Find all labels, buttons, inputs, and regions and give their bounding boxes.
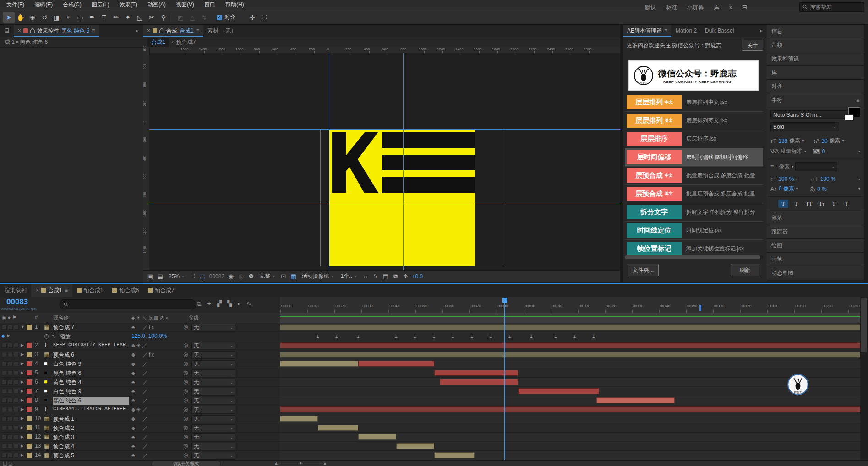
- parent-pickwhip-icon[interactable]: ◎: [183, 379, 188, 385]
- layer-row[interactable]: ▶13▦预合成 4♣ ／◎无⌄: [0, 442, 280, 451]
- layer-row[interactable]: ▶14▦预合成 5♣ ／◎无⌄: [0, 451, 280, 460]
- workspace-库[interactable]: 库: [709, 2, 724, 13]
- layer-switches[interactable]: ♣ ／: [131, 369, 149, 377]
- layer-switches[interactable]: ♣ ／fx: [131, 351, 155, 359]
- layer-row[interactable]: ▶9TCINEMA4...TRATOR AFTEREFFECTS♣☀／◎无⌄: [0, 405, 280, 414]
- layer-toggle[interactable]: [2, 407, 7, 412]
- scrollbar-thumb[interactable]: [625, 255, 760, 259]
- expand-arrow-icon[interactable]: ▶: [7, 333, 11, 338]
- keyframe-icon[interactable]: ⌶: [433, 334, 436, 339]
- expand-arrow-icon[interactable]: ▶: [21, 444, 24, 448]
- parent-select[interactable]: 无⌄: [191, 397, 235, 405]
- resolution-select[interactable]: 完整⌄: [257, 272, 277, 281]
- horizontal-guide[interactable]: [149, 204, 620, 204]
- layer-lane[interactable]: [280, 451, 860, 460]
- keyframe-icon[interactable]: ⌶: [317, 334, 319, 339]
- selection-tool[interactable]: ➤: [3, 12, 15, 23]
- graph-icon[interactable]: ∿: [51, 333, 56, 339]
- layer-toggle[interactable]: [8, 352, 13, 357]
- layer-toggle[interactable]: [8, 425, 13, 430]
- script-badge[interactable]: 层层排列英文: [627, 114, 682, 128]
- parent-select[interactable]: 无⌄: [191, 388, 235, 396]
- parent-select[interactable]: 无⌄: [191, 452, 235, 460]
- layer-toggle[interactable]: [14, 370, 19, 375]
- monitor-icon[interactable]: ⬓: [157, 273, 164, 280]
- parent-pickwhip-icon[interactable]: ◎: [183, 424, 188, 431]
- layer-switches[interactable]: ♣ ／: [131, 397, 149, 405]
- expand-arrow-icon[interactable]: ▶: [21, 425, 24, 430]
- label-color-swatch[interactable]: [27, 444, 32, 449]
- rotation-tool[interactable]: ↺: [38, 12, 50, 23]
- layer-lane[interactable]: [280, 405, 860, 414]
- layer-toggle[interactable]: [2, 379, 7, 385]
- expand-arrow-icon[interactable]: ▶: [21, 407, 24, 412]
- layer-row[interactable]: ▶10▦预合成 1♣ ／◎无⌄: [0, 414, 280, 423]
- horizontal-scale-value[interactable]: 100 %: [820, 176, 836, 182]
- expand-arrow-icon[interactable]: ▶: [21, 361, 24, 366]
- hand-tool[interactable]: ✋: [15, 12, 27, 23]
- timeline-tab-预合成1[interactable]: 预合成1: [72, 284, 108, 297]
- script-item[interactable]: 层预合成英文批量层预合成 多层合成 批量: [625, 185, 763, 203]
- timeline-tab-渲染队列[interactable]: 渲染队列: [0, 284, 31, 297]
- fast-preview-icon[interactable]: ϟ: [372, 273, 379, 280]
- label-color-swatch[interactable]: [27, 407, 32, 412]
- snap-frame-icon[interactable]: ⛶: [258, 12, 270, 23]
- script-badge[interactable]: 时间线定位: [627, 223, 682, 238]
- layer-duration-bar[interactable]: [396, 443, 434, 449]
- layer-duration-bar[interactable]: [358, 434, 396, 440]
- close-icon[interactable]: ×: [147, 27, 150, 34]
- timeline-zoom-slider[interactable]: ▲ ──────●────── ▲: [274, 461, 327, 466]
- stopwatch-icon[interactable]: ◷: [44, 333, 49, 339]
- parent-select[interactable]: 无⌄: [191, 433, 235, 441]
- panel-库[interactable]: 库: [767, 66, 864, 80]
- viewer-vertical-ruler[interactable]: 8006004002000200400600800100012001400: [143, 47, 150, 270]
- tab-AE脚本管理器[interactable]: AE脚本管理器≡: [623, 25, 671, 37]
- label-color-swatch[interactable]: [27, 453, 32, 458]
- layer-name[interactable]: CINEMA4...TRATOR AFTEREFFECTS: [53, 406, 129, 412]
- workspace-默认[interactable]: 默认: [640, 2, 661, 13]
- script-item[interactable]: 层预合成中文批量层预合成 多层合成 批量: [625, 167, 763, 185]
- column-parent[interactable]: 父级: [189, 314, 199, 321]
- layer-duration-bar[interactable]: [280, 361, 358, 367]
- layer-lane[interactable]: [280, 368, 860, 378]
- layer-toggle[interactable]: [14, 453, 19, 458]
- tab-footage[interactable]: 素材 （无）: [203, 25, 240, 37]
- parent-pickwhip-icon[interactable]: ◎: [183, 342, 188, 348]
- layer-toggle[interactable]: [2, 370, 7, 375]
- parent-select[interactable]: 无⌄: [191, 369, 235, 377]
- stroke-width-value[interactable]: - 像素: [775, 163, 790, 171]
- layer-name[interactable]: 预合成 7: [53, 324, 129, 331]
- mask-visibility-icon[interactable]: ⬚: [199, 273, 207, 280]
- layer-toggle[interactable]: [14, 352, 19, 357]
- layer-name[interactable]: 白色 纯色 9: [53, 360, 129, 368]
- layer-name[interactable]: 预合成 2: [53, 424, 129, 432]
- pen-tool[interactable]: ✒: [86, 12, 98, 23]
- label-color-swatch[interactable]: [27, 425, 32, 430]
- scrollbar-thumb[interactable]: [861, 298, 867, 352]
- layer-duration-bar[interactable]: [358, 361, 434, 367]
- parent-select[interactable]: 无⌄: [191, 424, 235, 432]
- keyframe-icon[interactable]: ⌶: [592, 334, 595, 339]
- sidebar-scrollbar[interactable]: [864, 25, 868, 282]
- parent-pickwhip-icon[interactable]: ◎: [183, 452, 188, 458]
- layer-name[interactable]: 预合成 4: [53, 443, 129, 450]
- brush-tool[interactable]: ✏: [110, 12, 122, 23]
- panel-menu-icon[interactable]: ≡: [196, 27, 199, 34]
- snap-checkbox[interactable]: ✓: [217, 15, 222, 20]
- keyframe-icon[interactable]: ⌶: [335, 334, 338, 339]
- expand-arrow-icon[interactable]: ▶: [21, 343, 24, 347]
- puppet-pin-tool[interactable]: ⚲: [158, 12, 169, 23]
- layer-row[interactable]: ▶5■黑色 纯色 6♣ ／◎无⌄: [0, 368, 280, 378]
- panel-对齐[interactable]: 对齐: [767, 80, 864, 93]
- parent-select[interactable]: 无⌄: [191, 379, 235, 386]
- small-caps-button[interactable]: Tᴛ: [817, 200, 827, 208]
- script-item[interactable]: 帧位置标记添加关键帧位置标记.jsx: [625, 240, 763, 255]
- stamp-tool[interactable]: ✦: [122, 12, 134, 23]
- layer-row[interactable]: ▶7■白色 纯色 9♣ ／◎无⌄: [0, 387, 280, 396]
- close-icon[interactable]: ×: [18, 27, 21, 34]
- script-badge[interactable]: 层层排列中文: [627, 95, 682, 109]
- script-item[interactable]: 层时间偏移层时间偏移 随机时间偏移: [625, 148, 763, 167]
- layer-toggle[interactable]: [8, 325, 13, 330]
- workspace-overflow-icon[interactable]: »: [725, 3, 737, 12]
- tab-project[interactable]: 目: [0, 25, 14, 37]
